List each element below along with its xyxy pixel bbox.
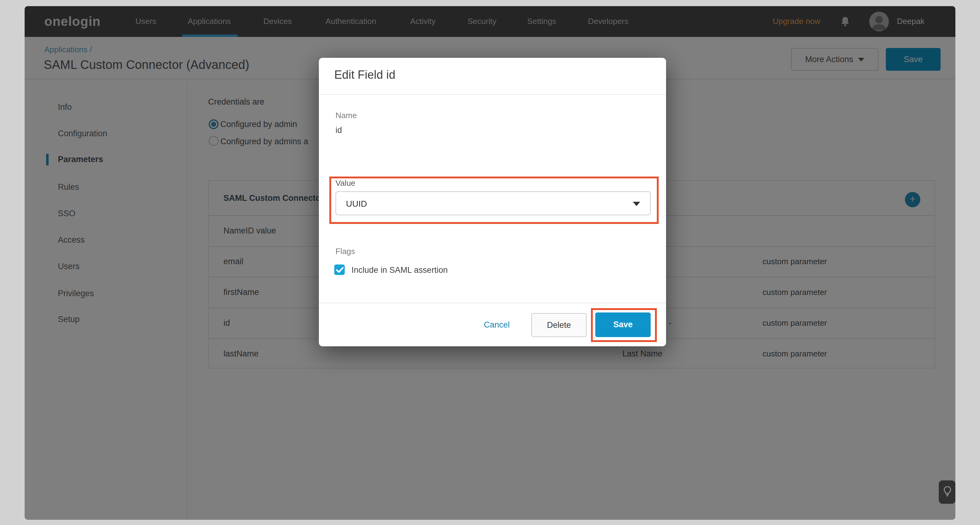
modal-title-divider — [319, 94, 666, 95]
include-saml-checkbox[interactable] — [334, 265, 345, 275]
include-saml-label: Include in SAML assertion — [352, 265, 448, 274]
select-caret-icon — [633, 202, 640, 206]
value-selected-option: UUID — [346, 198, 367, 208]
name-label: Name — [336, 111, 357, 120]
edit-field-modal: Edit Field id Name id Value UUID Flags I… — [319, 58, 666, 346]
value-label: Value — [336, 178, 355, 188]
help-lightbulb-button[interactable] — [939, 481, 955, 504]
flags-label: Flags — [336, 247, 355, 256]
modal-title: Edit Field id — [334, 68, 396, 82]
lightbulb-icon — [943, 486, 951, 498]
cancel-button[interactable]: Cancel — [484, 320, 510, 329]
value-select[interactable]: UUID — [336, 191, 651, 215]
delete-button[interactable]: Delete — [531, 313, 587, 337]
checkmark-icon — [336, 266, 343, 273]
name-value: id — [336, 125, 342, 135]
modal-save-button[interactable]: Save — [595, 312, 651, 337]
modal-footer-divider — [319, 303, 666, 303]
app-window: onelogin Users Applications Devices Auth… — [25, 6, 955, 520]
